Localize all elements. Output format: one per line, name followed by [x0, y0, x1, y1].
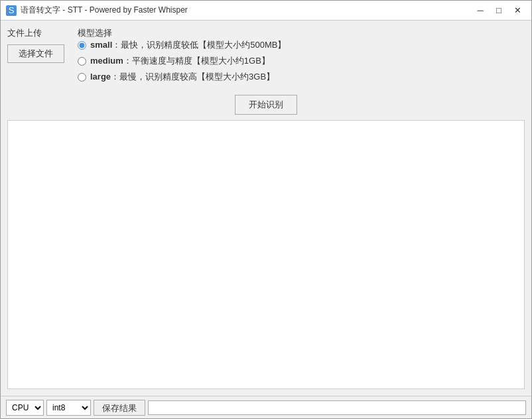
maximize-button[interactable]: □ — [490, 3, 507, 18]
model-large-label: large：最慢，识别精度较高【模型大小约3GB】 — [90, 71, 275, 83]
title-bar: S 语音转文字 - STT - Powered by Faster Whispe… — [1, 1, 531, 21]
model-small-label: small：最快，识别精度较低【模型大小约500MB】 — [90, 39, 286, 51]
radio-medium[interactable] — [78, 57, 86, 66]
top-section: 文件上传 选择文件 模型选择 small：最快，识别精度较低【模型大小约500M… — [7, 27, 525, 83]
save-result-button[interactable]: 保存结果 — [94, 400, 145, 416]
window-title: 语音转文字 - STT - Powered by Faster Whisper — [21, 5, 472, 16]
radio-large[interactable] — [78, 73, 86, 82]
model-option-large[interactable]: large：最慢，识别精度较高【模型大小约3GB】 — [78, 71, 525, 83]
main-window: S 语音转文字 - STT - Powered by Faster Whispe… — [0, 0, 532, 419]
output-area — [7, 120, 525, 389]
model-section: 模型选择 small：最快，识别精度较低【模型大小约500MB】 medium：… — [78, 27, 525, 83]
radio-small[interactable] — [78, 41, 86, 50]
progress-bar — [148, 400, 526, 415]
model-option-small[interactable]: small：最快，识别精度较低【模型大小约500MB】 — [78, 39, 525, 51]
start-recognition-button[interactable]: 开始识别 — [235, 95, 297, 115]
precision-select[interactable]: int8 float16 float32 — [46, 400, 91, 416]
minimize-button[interactable]: ─ — [472, 3, 489, 18]
select-file-button[interactable]: 选择文件 — [7, 44, 64, 63]
close-button[interactable]: ✕ — [509, 3, 526, 18]
file-section: 文件上传 选择文件 — [7, 27, 64, 83]
content-area: 文件上传 选择文件 模型选择 small：最快，识别精度较低【模型大小约500M… — [1, 21, 531, 396]
model-section-label: 模型选择 — [78, 28, 112, 38]
window-controls: ─ □ ✕ — [472, 3, 526, 18]
device-select[interactable]: CPU GPU — [6, 400, 44, 416]
model-options-group: small：最快，识别精度较低【模型大小约500MB】 medium：平衡速度与… — [78, 39, 525, 83]
start-button-container: 开始识别 — [7, 95, 525, 115]
model-option-medium[interactable]: medium：平衡速度与精度【模型大小约1GB】 — [78, 55, 525, 67]
app-icon: S — [6, 5, 17, 16]
bottom-bar: CPU GPU int8 float16 float32 保存结果 — [1, 396, 531, 418]
model-medium-label: medium：平衡速度与精度【模型大小约1GB】 — [90, 55, 270, 67]
file-section-label: 文件上传 — [7, 27, 42, 39]
